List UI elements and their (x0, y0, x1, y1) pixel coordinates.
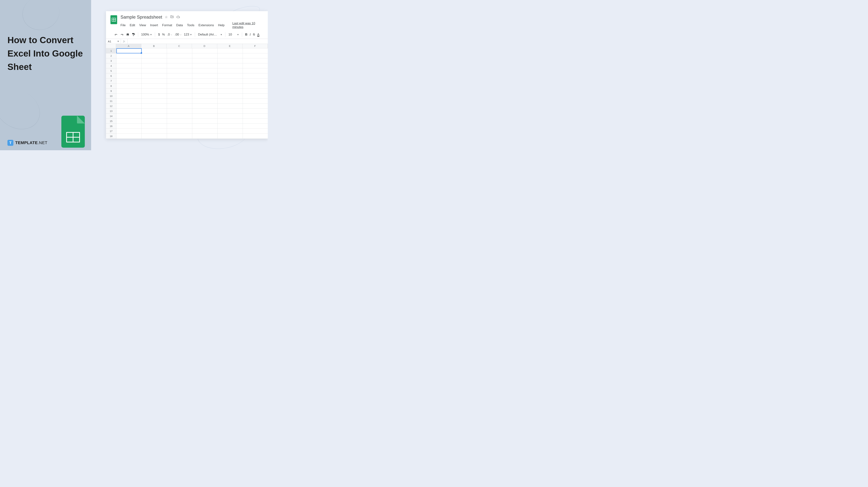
menu-data[interactable]: Data (176, 24, 183, 27)
row-header[interactable]: 10 (106, 94, 116, 98)
cell[interactable] (116, 98, 142, 103)
cell[interactable] (243, 89, 268, 94)
cell[interactable] (218, 103, 243, 109)
percent-button[interactable]: % (162, 33, 165, 36)
cell[interactable] (243, 58, 268, 63)
cell[interactable] (167, 53, 192, 58)
column-header[interactable]: F (243, 44, 268, 48)
menu-file[interactable]: File (121, 24, 125, 27)
font-size-dropdown[interactable]: 10 ▼ (228, 33, 239, 36)
cell[interactable] (142, 129, 167, 134)
cell[interactable] (218, 68, 243, 73)
cell[interactable] (116, 129, 142, 134)
cell[interactable] (243, 63, 268, 68)
redo-icon[interactable] (120, 33, 124, 36)
cell[interactable] (218, 119, 243, 124)
cell[interactable] (192, 79, 218, 84)
undo-icon[interactable] (114, 33, 118, 36)
cell[interactable] (167, 103, 192, 109)
cell[interactable] (116, 63, 142, 68)
cell[interactable] (192, 89, 218, 94)
paint-format-icon[interactable] (132, 33, 135, 36)
zoom-dropdown[interactable]: 100% ▼ (141, 33, 152, 36)
cell[interactable] (218, 63, 243, 68)
star-icon[interactable]: ☆ (165, 15, 168, 19)
row-header[interactable]: 5 (106, 68, 116, 73)
cell[interactable] (116, 48, 142, 53)
cell[interactable] (243, 73, 268, 79)
font-dropdown[interactable]: Default (Ari… ▼ (198, 33, 222, 36)
more-formats-dropdown[interactable]: 123▼ (184, 33, 192, 36)
cell[interactable] (218, 124, 243, 129)
menu-extensions[interactable]: Extensions (198, 24, 214, 27)
cell[interactable] (116, 58, 142, 63)
menu-edit[interactable]: Edit (130, 24, 135, 27)
cell[interactable] (243, 124, 268, 129)
cell[interactable] (167, 84, 192, 89)
cell[interactable] (116, 89, 142, 94)
cell[interactable] (167, 98, 192, 103)
cell[interactable] (218, 129, 243, 134)
cell[interactable] (192, 63, 218, 68)
cell[interactable] (167, 58, 192, 63)
row-header[interactable]: 15 (106, 119, 116, 124)
print-icon[interactable] (126, 33, 129, 36)
row-header[interactable]: 12 (106, 103, 116, 109)
column-header[interactable]: D (192, 44, 217, 48)
cell[interactable] (218, 58, 243, 63)
cell[interactable] (142, 134, 167, 139)
cell[interactable] (116, 84, 142, 89)
name-box[interactable]: A1 ▼ (106, 39, 121, 44)
cell[interactable] (167, 73, 192, 79)
increase-decimal-button[interactable]: .00→ (175, 33, 182, 36)
cell[interactable] (192, 114, 218, 119)
cell[interactable] (142, 58, 167, 63)
cell[interactable] (116, 73, 142, 79)
text-color-button[interactable]: A (257, 33, 259, 36)
cell[interactable] (116, 68, 142, 73)
cell[interactable] (218, 53, 243, 58)
cell[interactable] (142, 109, 167, 114)
row-header[interactable]: 14 (106, 114, 116, 119)
cell[interactable] (142, 89, 167, 94)
row-header[interactable]: 2 (106, 53, 116, 58)
row-header[interactable]: 16 (106, 124, 116, 129)
cell[interactable] (243, 53, 268, 58)
cell[interactable] (192, 119, 218, 124)
cell[interactable] (167, 109, 192, 114)
row-header[interactable]: 13 (106, 109, 116, 114)
cell[interactable] (192, 124, 218, 129)
cell[interactable] (243, 129, 268, 134)
cell[interactable] (192, 94, 218, 98)
cell[interactable] (167, 63, 192, 68)
cell[interactable] (167, 124, 192, 129)
row-header[interactable]: 17 (106, 129, 116, 134)
cell[interactable] (218, 114, 243, 119)
cell[interactable] (192, 134, 218, 139)
cell[interactable] (116, 124, 142, 129)
cell[interactable] (192, 98, 218, 103)
cell[interactable] (142, 103, 167, 109)
row-header[interactable]: 9 (106, 89, 116, 94)
cell[interactable] (167, 129, 192, 134)
cell[interactable] (142, 94, 167, 98)
cell[interactable] (142, 68, 167, 73)
menu-format[interactable]: Format (162, 24, 172, 27)
cell[interactable] (243, 79, 268, 84)
cell[interactable] (167, 79, 192, 84)
cell[interactable] (142, 63, 167, 68)
cell[interactable] (142, 79, 167, 84)
cell[interactable] (167, 94, 192, 98)
cell[interactable] (142, 114, 167, 119)
cell[interactable] (116, 103, 142, 109)
cell[interactable] (167, 89, 192, 94)
cell[interactable] (142, 73, 167, 79)
row-header[interactable]: 7 (106, 79, 116, 84)
cell[interactable] (142, 48, 167, 53)
cell[interactable] (116, 109, 142, 114)
column-header[interactable]: A (116, 44, 141, 48)
cell[interactable] (142, 53, 167, 58)
cell[interactable] (167, 119, 192, 124)
cell[interactable] (192, 84, 218, 89)
cell[interactable] (167, 134, 192, 139)
